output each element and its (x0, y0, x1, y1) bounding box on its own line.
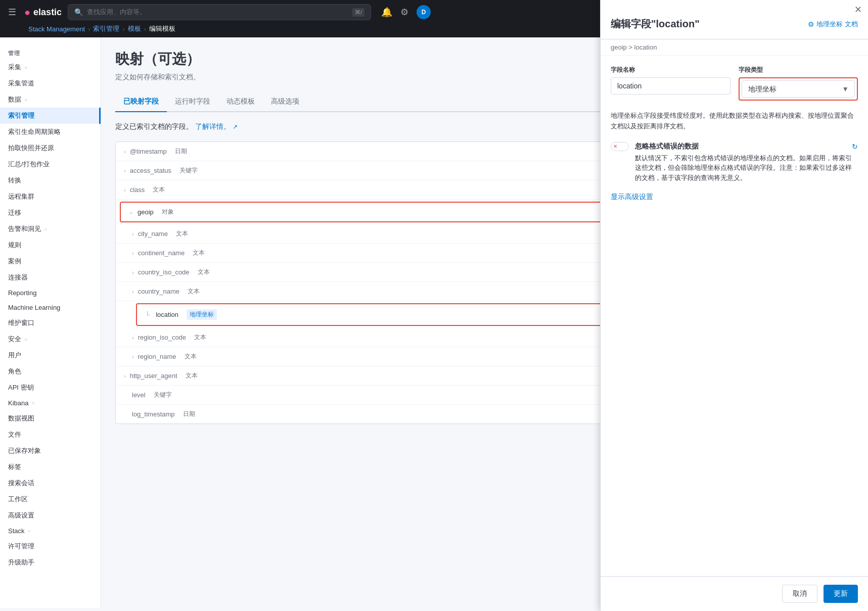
expand-icon-city-name[interactable]: › (132, 231, 134, 237)
sidebar-item-kibana[interactable]: Kibana ○ (0, 396, 101, 410)
expand-icon-country-iso-code[interactable]: › (132, 269, 134, 275)
sidebar-item-snapshot[interactable]: 拍取快照并还原 (0, 140, 101, 156)
collapse-icon-geoip[interactable]: ⌄ (129, 209, 133, 215)
field-type-city-name: 文本 (176, 229, 188, 238)
search-icon: 🔍 (74, 8, 83, 16)
field-type-level: 关键字 (154, 391, 172, 399)
breadcrumb-templates[interactable]: 模板 (128, 24, 141, 33)
hamburger-menu[interactable]: ☰ (8, 7, 16, 18)
cancel-button[interactable]: 取消 (782, 585, 817, 603)
sidebar-item-reporting[interactable]: Reporting (0, 286, 101, 300)
tab-advanced[interactable]: 高级选项 (263, 92, 307, 112)
search-shortcut-badge: ⌘/ (352, 8, 364, 17)
sidebar-item-api-keys[interactable]: API 密钥 (0, 380, 101, 396)
field-name-access-status: access_status (130, 167, 171, 174)
field-name-country-name: country_name (138, 288, 179, 295)
overlay-footer: 取消 更新 (601, 576, 868, 608)
sidebar-item-upgrade[interactable]: 升级助手 (0, 554, 101, 571)
sidebar-item-advanced-settings[interactable]: 高级设置 (0, 507, 101, 524)
sidebar-item-data-views[interactable]: 数据视图 (0, 410, 101, 427)
field-type-select[interactable]: 地理坐标 地理形状 文本 关键字 日期 (742, 80, 855, 98)
breadcrumb-stack-management[interactable]: Stack Management (28, 25, 85, 33)
sidebar-item-migration[interactable]: 迁移 (0, 205, 101, 221)
sidebar-item-alerts[interactable]: 告警和洞见 ○ (0, 221, 101, 237)
sidebar-item-data[interactable]: 数据 ○ (0, 91, 101, 108)
field-name-http-user-agent: http_user_agent (130, 372, 177, 380)
sidebar-item-rollup[interactable]: 汇总/打包作业 (0, 156, 101, 172)
edit-field-panel: ✕ 编辑字段"location" ⚙ 地理坐标 文档 geoip > locat… (600, 0, 868, 608)
field-name-log-timestamp: log_timestamp (132, 410, 175, 418)
global-search-bar[interactable]: 🔍 查找应用、内容等。 ⌘/ (68, 4, 371, 20)
field-name-timestamp: @timestamp (130, 148, 167, 155)
field-type-country-iso-code: 文本 (198, 268, 210, 276)
external-link-icon: ↗ (233, 123, 238, 130)
settings-icon[interactable]: ⚙ (400, 7, 408, 18)
field-type-info-box: 地理坐标点字段接受纬度经度对。使用此数据类型在边界框内搜索、按地理位置聚合文档以… (611, 111, 858, 132)
sidebar-item-license[interactable]: 许可管理 (0, 538, 101, 554)
sidebar-item-rules[interactable]: 规则 (0, 237, 101, 253)
sidebar-item-stack[interactable]: Stack ○ (0, 524, 101, 538)
field-name-continent-name: continent_name (138, 249, 185, 257)
sidebar-item-users[interactable]: 用户 (0, 347, 101, 363)
ignore-malformed-content: 忽略格式错误的数据 ↻ 默认情况下，不索引包含格式错误的地理坐标点的文档。如果启… (635, 142, 858, 183)
breadcrumb-index-management[interactable]: 索引管理 (93, 24, 119, 33)
field-name-city-name: city_name (138, 230, 168, 238)
overlay-close-button[interactable]: ✕ (854, 4, 862, 15)
field-name-level: level (132, 391, 146, 399)
expand-icon-country-name[interactable]: › (132, 289, 134, 295)
field-name-class: class (130, 186, 145, 194)
sidebar-item-ingest-pipeline[interactable]: 采集管道 (0, 75, 101, 91)
field-type-geoip: 对象 (162, 208, 174, 216)
tab-mapped-fields[interactable]: 已映射字段 (115, 92, 167, 112)
sidebar-item-ml[interactable]: Machine Learning (0, 300, 101, 315)
sidebar-item-maintenance[interactable]: 维护窗口 (0, 315, 101, 331)
ignore-malformed-toggle[interactable]: ✕ (611, 142, 629, 151)
expand-icon-continent-name[interactable]: › (132, 250, 134, 256)
field-type-description: 地理坐标点字段接受纬度经度对。使用此数据类型在边界框内搜索、按地理位置聚合文档以… (611, 111, 858, 132)
learn-more-link[interactable]: 了解详情。 (195, 122, 231, 130)
breadcrumb-sep-1: › (88, 25, 90, 33)
tab-runtime-fields[interactable]: 运行时字段 (167, 92, 218, 112)
breadcrumb-edit-template: 编辑模板 (149, 24, 175, 33)
sidebar-item-cases[interactable]: 案例 (0, 253, 101, 269)
expand-icon-region-name[interactable]: › (132, 354, 134, 360)
tab-dynamic-templates[interactable]: 动态模板 (218, 92, 263, 112)
sidebar-item-workspace[interactable]: 工作区 (0, 491, 101, 507)
sidebar-item-ingest[interactable]: 采集 ○ (0, 59, 101, 75)
sidebar-item-saved-objects[interactable]: 已保存对象 (0, 443, 101, 459)
elastic-logo: ● elastic (24, 7, 62, 18)
sidebar-item-roles[interactable]: 角色 (0, 363, 101, 380)
expand-icon-region-iso-code[interactable]: › (132, 335, 134, 341)
sidebar-item-lifecycle[interactable]: 索引生命周期策略 (0, 124, 101, 140)
sidebar-item-tags[interactable]: 标签 (0, 459, 101, 475)
expand-icon-timestamp[interactable]: › (124, 149, 126, 155)
refresh-icon[interactable]: ↻ (852, 143, 858, 151)
expand-icon-access-status[interactable]: › (124, 168, 126, 174)
user-avatar[interactable]: D (417, 5, 431, 19)
expand-icon-class[interactable]: › (124, 187, 126, 193)
overlay-doc-link[interactable]: ⚙ 地理坐标 文档 (808, 20, 858, 29)
field-type-region-iso-code: 文本 (194, 333, 206, 342)
field-type-badge-location: 地理坐标 (187, 309, 217, 320)
sidebar-item-transform[interactable]: 转换 (0, 172, 101, 189)
sidebar-item-security[interactable]: 安全 ○ (0, 331, 101, 347)
field-type-access-status: 关键字 (179, 166, 198, 175)
sidebar-item-remote-cluster[interactable]: 远程集群 (0, 189, 101, 205)
sidebar-item-index-management[interactable]: 索引管理 (0, 108, 101, 124)
sidebar: 管理 采集 ○ 采集管道 数据 ○ 索引管理 索引生命周期策略 拍取快照并还原 … (0, 37, 101, 608)
field-type-country-name: 文本 (188, 287, 200, 296)
expand-icon-http-user-agent[interactable]: › (124, 373, 126, 379)
field-name-geoip: geoip (138, 208, 154, 216)
field-name-input[interactable] (611, 77, 730, 95)
field-name-label: 字段名称 (611, 66, 730, 74)
notifications-icon[interactable]: 🔔 (381, 7, 392, 18)
ignore-malformed-description: 默认情况下，不索引包含格式错误的地理坐标点的文档。如果启用，将索引这些文档，但会… (635, 153, 858, 183)
field-type-label: 字段类型 (739, 66, 858, 74)
sidebar-item-files[interactable]: 文件 (0, 427, 101, 443)
ignore-malformed-toggle-group: ✕ (611, 142, 629, 151)
sidebar-item-search-sessions[interactable]: 搜索会话 (0, 475, 101, 491)
save-button[interactable]: 更新 (824, 585, 858, 603)
sidebar-item-connectors[interactable]: 连接器 (0, 269, 101, 286)
toggle-x-icon: ✕ (613, 144, 617, 149)
show-advanced-settings-button[interactable]: 显示高级设置 (611, 193, 653, 202)
